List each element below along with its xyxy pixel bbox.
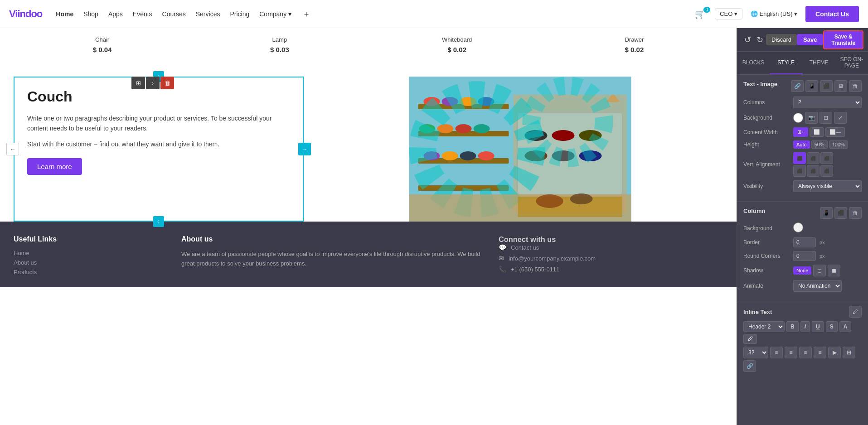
footer-col-links: Useful Links Home About us Products: [14, 235, 163, 278]
header-select[interactable]: Header 2Header 1Header 3Paragraph: [743, 321, 785, 332]
align-top-right[interactable]: ⬛: [820, 152, 833, 164]
footer-link-products[interactable]: Products: [14, 269, 163, 275]
svg-point-17: [478, 151, 495, 160]
nav-home[interactable]: Home: [55, 9, 74, 19]
bg-expand-btn[interactable]: ⤢: [834, 112, 847, 124]
cart-button[interactable]: 🛒0: [693, 9, 707, 19]
width-btn-plus[interactable]: ⊞+: [793, 127, 808, 137]
footer-link-home[interactable]: Home: [14, 250, 163, 256]
learn-more-button[interactable]: Learn more: [27, 158, 82, 175]
align-mid-right[interactable]: ⬛: [820, 165, 833, 177]
nav-apps[interactable]: Apps: [107, 9, 124, 19]
next-button[interactable]: ›: [146, 77, 160, 89]
height-auto-btn[interactable]: Auto: [793, 140, 810, 149]
footer-link-about[interactable]: About us: [14, 259, 163, 266]
nav-services[interactable]: Services: [195, 9, 221, 19]
font-size-select[interactable]: 3214161824: [743, 347, 768, 358]
product-item-2[interactable]: Whiteboard $ 0.02: [369, 33, 546, 57]
product-name-3: Drawer: [549, 36, 719, 43]
language-label: English (US): [760, 10, 793, 17]
paint-button[interactable]: 🖊: [743, 334, 757, 344]
background-color-swatch[interactable]: [793, 113, 803, 123]
desktop-icon-btn[interactable]: 🖥: [834, 80, 847, 92]
link-icon-btn[interactable]: 🔗: [791, 80, 804, 92]
align-top-center[interactable]: ⬛: [807, 152, 820, 164]
animate-select[interactable]: No Animation Fade In Slide In: [793, 280, 842, 292]
insert-btn[interactable]: ⊞: [843, 347, 855, 358]
undo-button[interactable]: ↺: [742, 34, 754, 46]
add-nav-icon[interactable]: ＋: [301, 9, 312, 19]
grid-icon-button[interactable]: ⊞: [131, 77, 145, 89]
tab-style[interactable]: STYLE: [770, 52, 802, 74]
mobile-icon-btn[interactable]: 📱: [805, 80, 818, 92]
align-top-left[interactable]: ⬛: [793, 152, 806, 164]
tab-seo[interactable]: SEO ON-PAGE: [835, 52, 868, 74]
product-item-3[interactable]: Drawer $ 0.02: [546, 33, 723, 57]
align-left-btn[interactable]: ≡: [770, 347, 783, 358]
user-menu-button[interactable]: CEO ▾: [715, 8, 742, 19]
inline-text-edit-btn[interactable]: 🖊: [849, 306, 862, 318]
product-item-1[interactable]: Lamp $ 0.03: [191, 33, 368, 57]
save-translate-button[interactable]: Save & Translate: [823, 30, 863, 49]
format-row-1: Header 2Header 1Header 3Paragraph B I U …: [743, 321, 862, 344]
italic-button[interactable]: I: [800, 321, 810, 332]
play-btn[interactable]: ▶: [828, 347, 841, 358]
nav-company[interactable]: Company ▾: [258, 9, 292, 19]
drag-handle-bottom[interactable]: ↕: [153, 216, 164, 227]
email-link[interactable]: info@yourcompany.example.com: [509, 255, 596, 262]
col-tablet-icon[interactable]: ⬛: [834, 207, 847, 219]
nav-pricing[interactable]: Pricing: [229, 9, 250, 19]
col-right-arrow[interactable]: →: [298, 143, 311, 155]
tab-theme[interactable]: THEME: [803, 52, 835, 74]
width-btn-wide[interactable]: ⬜—: [825, 127, 845, 137]
align-mid-left[interactable]: ⬛: [793, 165, 806, 177]
columns-select[interactable]: 234: [793, 97, 862, 108]
height-100-btn[interactable]: 100%: [829, 140, 848, 149]
save-button[interactable]: Save: [797, 34, 823, 45]
align-mid-center[interactable]: ⬛: [807, 165, 820, 177]
width-btn-square[interactable]: ⬜: [810, 127, 824, 137]
contact-us-link[interactable]: Contact us: [511, 244, 539, 251]
text-image-title: Text - Image: [743, 81, 777, 87]
color-a-button[interactable]: A: [839, 321, 852, 332]
product-item-0[interactable]: Chair $ 0.04: [14, 33, 191, 57]
products-row: Chair $ 0.04 Lamp $ 0.03 Whiteboard $ 0.…: [0, 28, 737, 64]
delete-block-button[interactable]: 🗑: [160, 77, 174, 89]
language-button[interactable]: 🌐 English (US) ▾: [751, 10, 797, 17]
underline-button[interactable]: U: [812, 321, 824, 332]
col-left-arrow[interactable]: ←: [6, 143, 19, 155]
bg-grid-btn[interactable]: ⊟: [820, 112, 832, 124]
nav-shop[interactable]: Shop: [82, 9, 99, 19]
col-color-swatch[interactable]: [793, 222, 803, 232]
nav-courses[interactable]: Courses: [161, 9, 187, 19]
nav-events[interactable]: Events: [132, 9, 153, 19]
chat-icon: 💬: [499, 244, 506, 251]
tablet-icon-btn[interactable]: ⬛: [820, 80, 833, 92]
discard-button[interactable]: Discard: [766, 34, 797, 45]
bg-photo-btn[interactable]: 📷: [805, 112, 818, 124]
contact-button[interactable]: Contact Us: [805, 6, 859, 22]
shadow-none-btn[interactable]: None: [793, 266, 811, 275]
shadow-sm-btn[interactable]: ◻: [813, 265, 826, 276]
trash-icon-btn[interactable]: 🗑: [849, 80, 862, 92]
link-btn[interactable]: 🔗: [743, 360, 756, 372]
bold-button[interactable]: B: [786, 321, 799, 332]
product-price-1: $ 0.03: [194, 46, 364, 53]
list-ordered-btn[interactable]: ≡: [814, 347, 826, 358]
col-trash-icon[interactable]: 🗑: [849, 207, 862, 219]
col-mobile-icon[interactable]: 📱: [820, 207, 833, 219]
align-center-btn[interactable]: ≡: [785, 347, 797, 358]
height-50-btn[interactable]: 50%: [811, 140, 828, 149]
content-width-row: Content Width ⊞+ ⬜ ⬜—: [743, 127, 862, 137]
redo-button[interactable]: ↻: [754, 34, 766, 46]
text-column[interactable]: ↕ ← → Couch Write one or two paragraphs …: [14, 77, 304, 222]
visibility-select[interactable]: Always visible Hidden on mobile Hidden o…: [793, 180, 862, 192]
round-corners-input[interactable]: [793, 251, 816, 261]
shadow-lg-btn[interactable]: ◼: [828, 265, 840, 276]
list-unordered-btn[interactable]: ≡: [799, 347, 812, 358]
vert-align-control: ⬛ ⬛ ⬛ ⬛ ⬛ ⬛: [793, 152, 862, 177]
border-input[interactable]: [793, 237, 816, 247]
strikethrough-button[interactable]: S: [826, 321, 838, 332]
tab-blocks[interactable]: BLOCKS: [737, 52, 770, 74]
image-column[interactable]: [304, 77, 737, 222]
